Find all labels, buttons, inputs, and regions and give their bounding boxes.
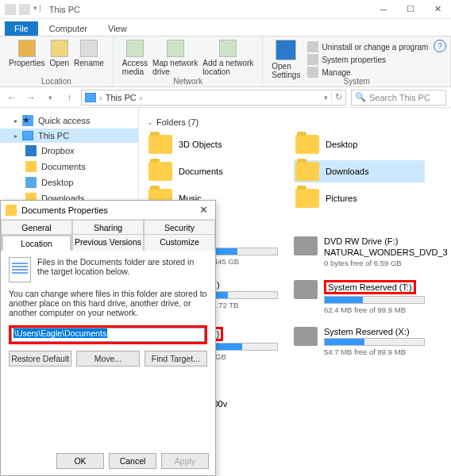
refresh-icon[interactable]: ↻ xyxy=(331,92,342,102)
properties-button[interactable]: Properties xyxy=(9,40,45,67)
dialog-close-button[interactable]: ✕ xyxy=(196,204,210,216)
drive-item[interactable]: System Reserved (X:)54.7 MB free of 89.9… xyxy=(294,327,425,361)
search-icon: 🔍 xyxy=(355,92,366,102)
group-system: System xyxy=(263,77,450,86)
drive-name: System Reserved (T:) xyxy=(324,280,416,294)
folder-label: 3D Objects xyxy=(179,140,222,149)
ribbon-tabs: File Computer View xyxy=(0,19,451,36)
maximize-button[interactable]: ☐ xyxy=(397,0,424,19)
help-icon[interactable]: ? xyxy=(434,40,446,52)
dialog-tab-sharing[interactable]: Sharing xyxy=(72,220,144,235)
search-input[interactable]: 🔍 Search This PC xyxy=(351,90,446,106)
sidebar-item-desktop[interactable]: Desktop xyxy=(0,175,138,190)
up-button[interactable]: ↑ xyxy=(62,90,76,105)
move-button[interactable]: Move... xyxy=(76,351,139,367)
find-target-button[interactable]: Find Target... xyxy=(145,351,207,367)
tab-file[interactable]: File xyxy=(5,21,38,36)
map-drive-button[interactable]: Map network drive xyxy=(152,40,198,76)
drive-usage-bar xyxy=(324,296,425,304)
drive-freespace: 62.4 MB free of 99.9 MB xyxy=(324,305,425,314)
qat-icon[interactable] xyxy=(19,4,30,15)
window-title: This PC xyxy=(49,5,80,14)
cancel-button[interactable]: Cancel xyxy=(109,453,156,469)
back-button[interactable]: ← xyxy=(5,90,19,105)
drive-name: System Reserved (X:) xyxy=(324,327,425,336)
system-properties-button[interactable]: System properties xyxy=(307,54,428,65)
app-icon xyxy=(5,4,16,15)
recent-button[interactable]: ▾ xyxy=(43,90,57,105)
location-path-input[interactable]: \Users\Eagle\Documents xyxy=(11,328,205,342)
folder-icon xyxy=(295,135,319,154)
dialog-tab-general[interactable]: General xyxy=(1,220,72,235)
drive-item[interactable]: DVD RW Drive (F:)NATURAL_WONDERS_DVD_30 … xyxy=(294,236,425,267)
drive-freespace: 54.7 MB free of 89.9 MB xyxy=(324,347,425,356)
dialog-desc2: You can change where files in this folde… xyxy=(9,289,207,317)
dialog-desc1: Files in the Documents folder are stored… xyxy=(37,257,207,282)
add-location-button[interactable]: Add a network location xyxy=(202,40,253,76)
tab-view[interactable]: View xyxy=(98,21,137,36)
folder-icon xyxy=(6,205,17,216)
folder-label: Documents xyxy=(179,167,223,176)
dialog-tab-security[interactable]: Security xyxy=(144,220,215,235)
title-bar: ▾ | This PC ─ ☐ ✕ xyxy=(0,0,451,19)
access-media-button[interactable]: Access media xyxy=(122,40,148,76)
apply-button[interactable]: Apply xyxy=(161,453,209,469)
folder-item[interactable]: Downloads xyxy=(294,160,425,182)
folder-icon xyxy=(295,162,319,181)
folder-item[interactable]: 3D Objects xyxy=(147,133,278,155)
drive-item[interactable]: System Reserved (T:)62.4 MB free of 99.9… xyxy=(294,280,425,314)
drive-icon xyxy=(294,280,318,299)
address-bar: ← → ▾ ↑ › This PC › ▾ ↻ 🔍 Search This PC xyxy=(0,87,451,108)
folder-item[interactable]: Documents xyxy=(147,160,278,182)
uninstall-button[interactable]: Uninstall or change a program xyxy=(307,41,428,52)
manage-button[interactable]: Manage xyxy=(307,67,428,78)
sidebar-item-this-pc[interactable]: ▸This PC xyxy=(0,129,138,143)
tab-computer[interactable]: Computer xyxy=(40,21,97,36)
folders-header[interactable]: ⌄Folders (7) xyxy=(147,117,443,127)
document-icon xyxy=(9,257,31,282)
pc-icon xyxy=(85,93,96,102)
drive-icon xyxy=(294,236,318,255)
folder-label: Desktop xyxy=(326,140,357,149)
dialog-tab-customize[interactable]: Customize xyxy=(144,234,215,251)
drive-name: DVD RW Drive (F:) xyxy=(324,236,448,246)
folder-item[interactable]: Desktop xyxy=(294,133,425,155)
breadcrumb[interactable]: › This PC › ▾ ↻ xyxy=(81,90,346,106)
close-button[interactable]: ✕ xyxy=(424,0,451,19)
folder-icon xyxy=(295,189,319,208)
folder-label: Downloads xyxy=(326,167,368,176)
folder-icon xyxy=(148,135,172,154)
folder-label: Pictures xyxy=(326,194,357,203)
ribbon: Properties Open Rename Location Access m… xyxy=(0,36,451,87)
ok-button[interactable]: OK xyxy=(56,453,104,469)
drive-usage-bar xyxy=(324,338,425,346)
drive-freespace: 0 bytes free of 6.59 GB xyxy=(324,259,448,267)
group-network: Network xyxy=(114,77,262,86)
open-button[interactable]: Open xyxy=(50,40,69,67)
group-location: Location xyxy=(0,77,113,86)
folder-item[interactable]: Pictures xyxy=(294,187,425,209)
restore-default-button[interactable]: Restore Default xyxy=(9,351,71,367)
sidebar-item-dropbox[interactable]: Dropbox xyxy=(0,143,138,159)
folder-icon xyxy=(148,162,172,181)
minimize-button[interactable]: ─ xyxy=(370,0,397,19)
sidebar-item-quick-access[interactable]: ▸★Quick access xyxy=(0,113,138,129)
drive-icon xyxy=(294,327,318,346)
properties-dialog: Documents Properties ✕ GeneralSharingSec… xyxy=(0,200,216,476)
dialog-title: Documents Properties xyxy=(21,205,108,215)
dialog-tab-location[interactable]: Location xyxy=(1,234,72,251)
open-settings-button[interactable]: Open Settings xyxy=(272,40,300,79)
rename-button[interactable]: Rename xyxy=(74,40,104,67)
forward-button[interactable]: → xyxy=(24,90,38,105)
dialog-tab-previous-versions[interactable]: Previous Versions xyxy=(72,234,144,251)
sidebar-item-documents[interactable]: Documents xyxy=(0,159,138,175)
